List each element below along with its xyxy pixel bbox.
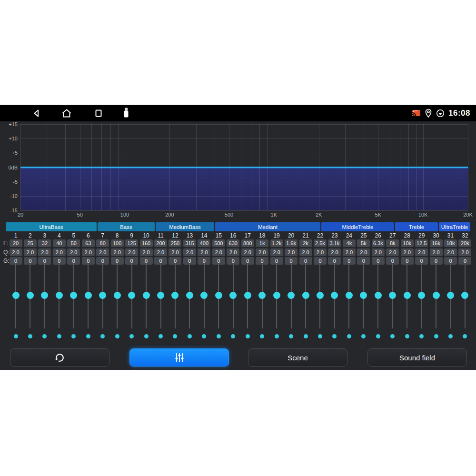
frequency-value[interactable]: 20 [10, 239, 22, 247]
q-factor-value[interactable]: 2.0 [343, 248, 356, 256]
gain-slider-thumb[interactable] [12, 292, 20, 299]
equalizer-tab-button[interactable] [129, 348, 229, 367]
frequency-value[interactable]: 12.5 [415, 239, 428, 247]
q-factor-value[interactable]: 2.0 [444, 248, 457, 256]
sound-field-button[interactable]: Sound field [367, 348, 467, 367]
gain-slider-thumb[interactable] [41, 292, 48, 299]
q-factor-value[interactable]: 2.0 [38, 248, 51, 256]
gain-slider-thumb[interactable] [360, 292, 367, 299]
q-factor-value[interactable]: 2.0 [67, 248, 80, 256]
q-factor-value[interactable]: 2.0 [299, 248, 312, 256]
frequency-value[interactable]: 1.2k [270, 239, 283, 247]
gain-slider-thumb[interactable] [433, 292, 440, 299]
gain-slider-thumb[interactable] [258, 292, 266, 299]
gain-slider-thumb[interactable] [331, 292, 338, 299]
frequency-value[interactable]: 2k [299, 239, 312, 247]
back-icon[interactable] [31, 108, 42, 119]
gain-slider-thumb[interactable] [389, 292, 396, 299]
gain-slider-thumb[interactable] [418, 292, 425, 299]
frequency-value[interactable]: 3.1k [328, 239, 341, 247]
frequency-value[interactable]: 500 [212, 239, 225, 247]
q-factor-value[interactable]: 2.0 [10, 248, 22, 256]
frequency-value[interactable]: 800 [241, 239, 254, 247]
gain-slider-thumb[interactable] [114, 292, 121, 299]
q-factor-value[interactable]: 2.0 [154, 248, 167, 256]
q-factor-value[interactable]: 2.0 [82, 248, 95, 256]
q-factor-value[interactable]: 2.0 [430, 248, 443, 256]
gain-slider-thumb[interactable] [288, 292, 295, 299]
q-factor-value[interactable]: 2.0 [328, 248, 341, 256]
q-factor-value[interactable]: 2.0 [198, 248, 210, 256]
reset-button[interactable] [10, 348, 109, 367]
frequency-value[interactable]: 40 [53, 239, 66, 247]
frequency-value[interactable]: 8k [386, 239, 399, 247]
frequency-value[interactable]: 25 [24, 239, 37, 247]
frequency-value[interactable]: 50 [67, 239, 80, 247]
frequency-value[interactable]: 18k [444, 239, 457, 247]
frequency-value[interactable]: 200 [154, 239, 167, 247]
q-factor-value[interactable]: 2.0 [314, 248, 327, 256]
frequency-value[interactable]: 2.5k [314, 239, 327, 247]
q-factor-value[interactable]: 2.0 [386, 248, 399, 256]
frequency-value[interactable]: 250 [169, 239, 181, 247]
gain-slider-thumb[interactable] [70, 292, 77, 299]
gain-slider-thumb[interactable] [27, 292, 34, 299]
recents-icon[interactable] [93, 108, 104, 119]
gain-slider-thumb[interactable] [302, 292, 309, 299]
frequency-value[interactable]: 63 [82, 239, 95, 247]
frequency-value[interactable]: 16k [430, 239, 443, 247]
gain-slider-thumb[interactable] [85, 292, 92, 299]
usb-icon[interactable] [123, 107, 129, 119]
frequency-value[interactable]: 32 [38, 239, 51, 247]
frequency-value[interactable]: 10k [401, 239, 414, 247]
frequency-value[interactable]: 5k [357, 239, 370, 247]
q-factor-value[interactable]: 2.0 [227, 248, 239, 256]
q-factor-value[interactable]: 2.0 [53, 248, 66, 256]
gain-slider-thumb[interactable] [128, 292, 135, 299]
gain-slider-thumb[interactable] [186, 292, 193, 299]
home-icon[interactable] [61, 108, 72, 119]
q-factor-value[interactable]: 2.0 [169, 248, 181, 256]
q-factor-value[interactable]: 2.0 [415, 248, 428, 256]
q-factor-value[interactable]: 2.0 [458, 248, 471, 256]
gain-slider-thumb[interactable] [346, 292, 353, 299]
gain-slider-thumb[interactable] [447, 292, 454, 299]
gain-slider-thumb[interactable] [229, 292, 237, 299]
q-factor-value[interactable]: 2.0 [285, 248, 298, 256]
frequency-value[interactable]: 20k [458, 239, 471, 247]
frequency-value[interactable]: 400 [198, 239, 210, 247]
frequency-value[interactable]: 1k [256, 239, 268, 247]
gain-slider-thumb[interactable] [56, 292, 63, 299]
q-factor-value[interactable]: 2.0 [357, 248, 370, 256]
gain-slider-thumb[interactable] [200, 292, 208, 299]
q-factor-value[interactable]: 2.0 [183, 248, 196, 256]
q-factor-value[interactable]: 2.0 [111, 248, 124, 256]
gain-slider-thumb[interactable] [157, 292, 164, 299]
gain-slider-thumb[interactable] [244, 292, 251, 299]
q-factor-value[interactable]: 2.0 [256, 248, 268, 256]
frequency-value[interactable]: 1.6k [285, 239, 298, 247]
gain-slider-thumb[interactable] [143, 292, 150, 299]
frequency-value[interactable]: 160 [140, 239, 153, 247]
gain-slider-thumb[interactable] [317, 292, 324, 299]
gain-slider-thumb[interactable] [215, 292, 222, 299]
q-factor-value[interactable]: 2.0 [96, 248, 109, 256]
q-factor-value[interactable]: 2.0 [212, 248, 225, 256]
frequency-value[interactable]: 80 [96, 239, 109, 247]
gain-slider-thumb[interactable] [375, 292, 382, 299]
frequency-value[interactable]: 125 [125, 239, 138, 247]
q-factor-value[interactable]: 2.0 [125, 248, 138, 256]
q-factor-value[interactable]: 2.0 [372, 248, 385, 256]
frequency-value[interactable]: 315 [183, 239, 196, 247]
gain-slider-thumb[interactable] [171, 292, 178, 299]
frequency-value[interactable]: 100 [111, 239, 124, 247]
gain-slider-thumb[interactable] [99, 292, 106, 299]
frequency-value[interactable]: 6.3k [372, 239, 385, 247]
gain-slider-thumb[interactable] [273, 292, 280, 299]
q-factor-value[interactable]: 2.0 [24, 248, 37, 256]
q-factor-value[interactable]: 2.0 [241, 248, 254, 256]
q-factor-value[interactable]: 2.0 [401, 248, 414, 256]
frequency-value[interactable]: 630 [227, 239, 239, 247]
frequency-value[interactable]: 4k [343, 239, 356, 247]
q-factor-value[interactable]: 2.0 [140, 248, 153, 256]
